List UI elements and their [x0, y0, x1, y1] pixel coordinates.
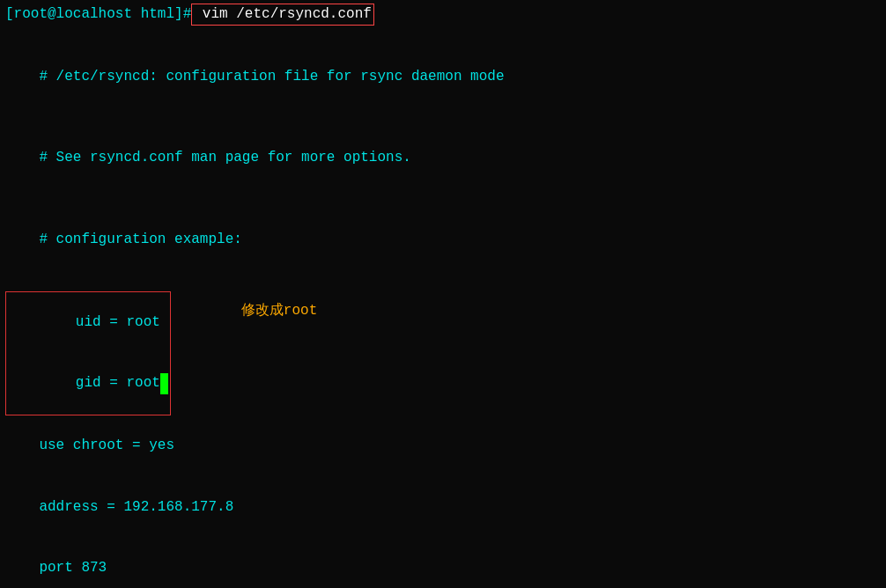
annotation-section: 修改成root	[188, 291, 317, 332]
blank-line-0	[5, 26, 881, 46]
address-line: address = 192.168.177.8	[5, 476, 881, 538]
terminal: [root@localhost html]# vim /etc/rsyncd.c…	[0, 0, 886, 588]
uid-gid-section: uid = root gid = root 修改成root	[5, 291, 881, 415]
blank-line-2	[5, 189, 881, 209]
prompt-text: [root@localhost html]#	[5, 4, 191, 25]
port-line: port 873	[5, 538, 881, 588]
uid-line: uid = root	[8, 292, 168, 354]
annotation-text: 修改成root	[241, 301, 317, 321]
blank-line-1	[5, 107, 881, 128]
chroot-line: use chroot = yes	[5, 415, 881, 477]
vim-command: vim /etc/rsyncd.conf	[191, 4, 374, 26]
gid-line: gid = root	[8, 353, 168, 415]
comment-line-1: # /etc/rsyncd: configuration file for rs…	[5, 46, 881, 107]
cursor	[160, 373, 168, 393]
prev-prompt-line: [root@localhost html]# vim /etc/rsyncd.c…	[5, 4, 881, 26]
comment-line-3: # configuration example:	[5, 209, 881, 271]
blank-line-3	[5, 270, 881, 290]
comment-line-2: # See rsyncd.conf man page for more opti…	[5, 128, 881, 189]
uid-gid-box: uid = root gid = root	[5, 291, 171, 415]
